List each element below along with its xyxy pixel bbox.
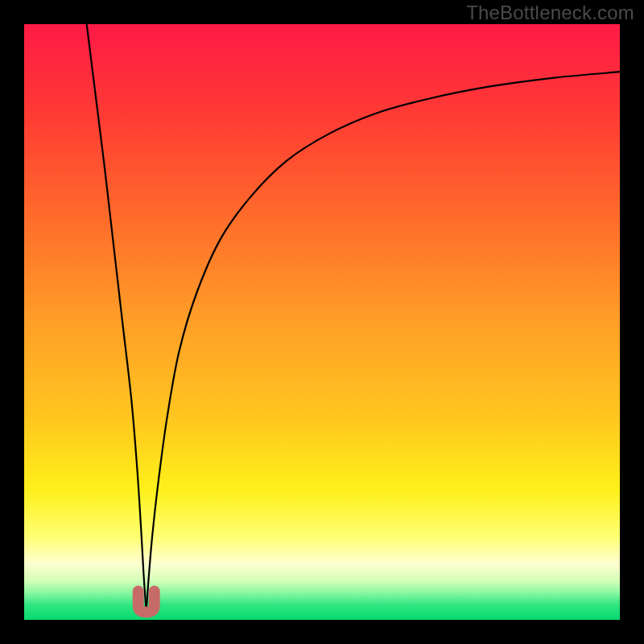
plot-area [24, 24, 620, 620]
gradient-background [24, 24, 620, 620]
chart-frame: TheBottleneck.com [0, 0, 644, 644]
chart-svg [24, 24, 620, 620]
watermark-text: TheBottleneck.com [466, 2, 634, 24]
